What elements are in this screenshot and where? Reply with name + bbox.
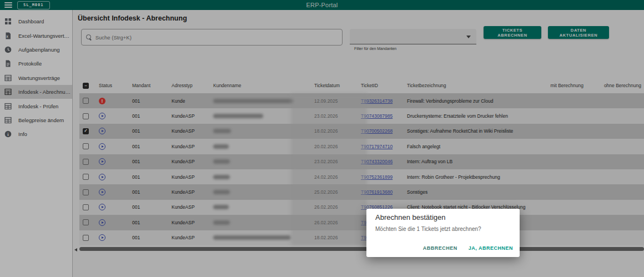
- confirm-button[interactable]: JA, ABRECHNEN: [467, 244, 514, 252]
- dialog-title: Abrechnen bestätigen: [375, 213, 445, 221]
- app-window: SL_M001 ERP-Portal Dashboard x Excel-War…: [0, 0, 644, 277]
- modal-backdrop[interactable]: [0, 0, 644, 277]
- cancel-button[interactable]: ABBRECHEN: [422, 244, 459, 252]
- confirm-dialog: Abrechnen bestätigen Möchten Sie die 1 T…: [366, 209, 520, 257]
- dialog-message: Möchten Sie die 1 Tickets jetzt abrechne…: [375, 226, 481, 232]
- dialog-actions: ABBRECHEN JA, ABRECHNEN: [422, 244, 514, 252]
